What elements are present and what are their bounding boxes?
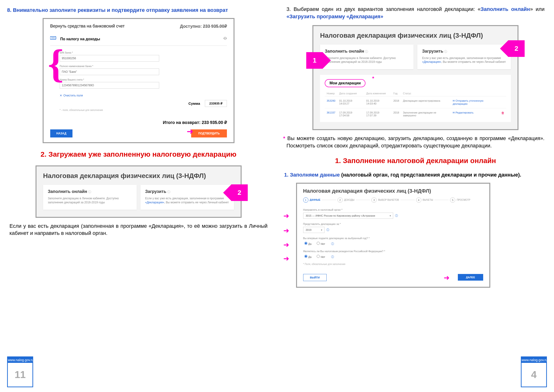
tax-label: По налогу на доходы — [60, 37, 100, 41]
highlight-arrow-icon: ➜ — [187, 126, 193, 136]
marker-2-left: 2 — [231, 184, 248, 201]
my-declarations-block: * Мои декларации НомерДата созданияДата … — [320, 75, 511, 122]
resident-radio[interactable]: Да Нет ⓘ — [303, 254, 483, 259]
mail-icon[interactable]: ✉ — [453, 99, 456, 102]
section2-title: 2. Загружаем уже заполненную налоговую д… — [7, 150, 270, 158]
section1-title: 1. Заполнение налоговой декларации онлай… — [284, 157, 547, 165]
wizard-steps: 1ДАННЫЕ 2ДОХОДЫ 3ВЫБОР ВЫЧЕТОВ 4ВЫЧЕТЫ 5… — [303, 197, 483, 203]
table-row[interactable]: 353280 01.10.2019 14:03:27 01.10.2019 14… — [325, 97, 506, 108]
card-online-text: Заполните декларацию в Личном кабинете. … — [48, 196, 132, 204]
wizard-panel: Налоговая декларация физических лиц (3-Н… — [296, 183, 490, 288]
delete-icon[interactable] — [499, 97, 506, 108]
tax-icon — [50, 35, 57, 40]
badge-num: 11 — [8, 363, 32, 386]
wiz-l2: Представлять декларацию за * — [303, 223, 483, 225]
back-button[interactable]: НАЗАД — [50, 129, 73, 137]
card-upload-title: Загрузить — [145, 189, 229, 194]
card-upload-text-r: Если у вас уже есть декларация, заполнен… — [422, 56, 506, 64]
sum-value: 233935 ₽ — [205, 100, 227, 107]
info-icon[interactable]: ⓘ — [331, 242, 334, 245]
clear-fields-link[interactable]: Очистить поля — [60, 94, 83, 97]
wiz-required-note: * Поля, обязательные для заполнения — [303, 263, 483, 266]
radio-yes-2[interactable] — [304, 255, 307, 258]
card-upload[interactable]: Загрузить Если у вас уже есть декларация… — [140, 185, 234, 210]
wiz-l1: Направлять в налоговый орган * — [303, 208, 483, 211]
arrow-icon: ➜ — [283, 254, 289, 263]
available-value: 233 935.00₽ — [203, 24, 227, 29]
card-online-title-r: Заполнить онлайн — [325, 49, 409, 54]
exit-button[interactable]: ВЫЙТИ — [303, 274, 327, 281]
badge-site-r: www.nalog.gov.ru — [522, 357, 546, 363]
table-row[interactable]: 361337 17.09.2019 17:04:58 17.09.2019 17… — [325, 108, 506, 120]
para-upload-info: Если у вас есть декларация (заполненная … — [9, 223, 268, 237]
info-icon[interactable]: ⓘ — [326, 228, 329, 231]
declaration-panel-left: Налоговая декларация физических лиц (3-Н… — [35, 165, 242, 218]
bank-return-panel: Вернуть средства на банковский счет Дост… — [43, 18, 235, 143]
star-ref: * — [283, 135, 285, 141]
required-note: * - поля, обязательные для заполнения — [60, 109, 227, 111]
arrow-icon: ➜ — [283, 241, 289, 249]
sum-label: Сумма — [188, 101, 200, 105]
left-page: 8. Внимательно заполните реквизиты и под… — [7, 5, 270, 387]
star-marker: * — [372, 75, 374, 82]
badge-num-r: 4 — [522, 363, 546, 386]
radio-no-2[interactable] — [317, 255, 320, 258]
arrow-icon: ➜ — [444, 273, 450, 282]
wiz-l3: Вы впервые подаете декларацию за выбранн… — [303, 237, 483, 240]
radio-yes[interactable] — [304, 242, 307, 245]
card-online-text-r: Заполните декларацию в Личном кабинете. … — [325, 56, 409, 64]
card-upload-r[interactable]: Загрузить Если у вас уже есть декларация… — [417, 45, 511, 70]
available-label: Доступно: — [180, 24, 202, 29]
radio-no[interactable] — [317, 242, 320, 245]
link-download-program: «Загрузить программу «Декларация» — [287, 14, 383, 20]
mail-icon[interactable]: ✉ — [453, 111, 456, 114]
link-fill-online: Заполнить онлайн — [481, 6, 530, 12]
bik-label: БИК банка * — [60, 51, 227, 54]
card-online-title: Заполнить онлайн — [48, 189, 132, 194]
return-title: Вернуть средства на банковский счет — [50, 24, 125, 29]
table-header-row: НомерДата созданияДата измененияГодСтату… — [325, 91, 506, 97]
confirm-button[interactable]: ПОДТВЕРДИТЬ — [191, 129, 227, 137]
bank-input[interactable]: ПАО "Банк" — [60, 69, 159, 75]
decl-title: Налоговая декларация физических лиц (3-Н… — [43, 172, 234, 180]
info-icon[interactable]: ⓘ — [331, 255, 334, 259]
collapse-icon[interactable]: ⦵ — [223, 36, 227, 41]
bik-input[interactable]: 951000256 — [60, 55, 159, 62]
my-declarations-title: Мои декларации — [325, 79, 366, 87]
delete-icon[interactable]: 🗑 — [499, 108, 506, 120]
acct-input[interactable]: 1234567890123456789О — [60, 82, 159, 89]
first-time-radio[interactable]: Да Нет ⓘ — [303, 241, 483, 246]
declarations-table: НомерДата созданияДата измененияГодСтату… — [325, 91, 506, 120]
next-button[interactable]: ДАЛЕЕ — [458, 274, 483, 281]
card-fill-online[interactable]: Заполнить онлайн Заполните декларацию в … — [43, 185, 137, 210]
card-fill-online-r[interactable]: Заполнить онлайн Заполните декларацию в … — [320, 45, 414, 70]
page-badge-left: www.nalog.gov.ru 11 — [7, 357, 33, 387]
note-para: * Вы можете создать новую декларацию, за… — [287, 135, 545, 150]
declaration-panel-right: Налоговая декларация физических лиц (3-Н… — [312, 25, 519, 130]
step3-text: 3. Выбираем один из двух вариантов запол… — [287, 6, 545, 20]
info-icon[interactable]: ⓘ — [395, 214, 398, 217]
sub-step1: 1. Заполняем данные (налоговый орган, го… — [284, 172, 547, 178]
right-page: 3. Выбираем один из двух вариантов запол… — [284, 5, 547, 387]
total-label: Итого на возврат: — [163, 120, 201, 125]
badge-site: www.nalog.gov.ru — [8, 357, 32, 363]
marker-2-right: 2 — [508, 40, 525, 57]
wiz-l4: Являетесь ли Вы налоговым резидентом Рос… — [303, 250, 483, 253]
decl-title-r: Налоговая декларация физических лиц (3-Н… — [320, 32, 511, 39]
page-badge-right: www.nalog.gov.ru 4 — [521, 357, 547, 387]
wiz-title: Налоговая декларация физических лиц (3-Н… — [303, 188, 483, 194]
total-value: 233 935.00 ₽ — [202, 120, 227, 125]
arrow-icon: ➜ — [283, 226, 289, 235]
marker-1: 1 — [306, 52, 323, 69]
highlight-bracket: { — [48, 46, 64, 82]
card-upload-title-r: Загрузить — [422, 49, 506, 54]
arrow-icon: ➜ — [283, 212, 289, 220]
step8-heading: 8. Внимательно заполните реквизиты и под… — [7, 7, 270, 13]
tax-office-select[interactable]: 3015 — ИФНС России по Кировскому району … — [303, 213, 393, 219]
year-select[interactable]: 2019 — [303, 227, 325, 233]
card-upload-text: Если у вас уже есть декларация, заполнен… — [145, 196, 229, 204]
bank-label: Полное наименование банка * — [60, 65, 227, 68]
acct-label: Номер Вашего счета * — [60, 78, 227, 81]
